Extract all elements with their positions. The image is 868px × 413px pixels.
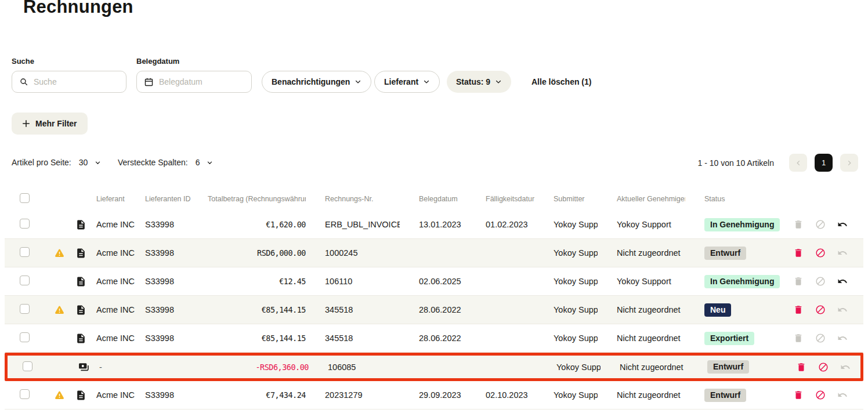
status-badge: In Genehmigung xyxy=(704,218,780,231)
block-button[interactable] xyxy=(815,247,826,259)
undo-button[interactable] xyxy=(837,219,848,230)
cell-submitter: Yokoy Support xyxy=(537,363,601,372)
hidden-columns-value: 6 xyxy=(196,158,200,167)
banknotes-icon[interactable] xyxy=(78,361,89,373)
row-checkbox[interactable] xyxy=(20,276,30,285)
chevron-down-icon xyxy=(207,160,213,166)
status-filter-label: Status: 9 xyxy=(456,77,490,86)
date-field[interactable] xyxy=(136,71,252,93)
column-header-rechnungs-nr[interactable]: Rechnungs-Nr. xyxy=(306,195,400,203)
notifications-filter-dropdown[interactable]: Benachrichtigungen xyxy=(262,71,371,93)
date-input[interactable] xyxy=(159,77,244,86)
table-row[interactable]: Acme INC S33998 €85,144.15 345518 28.06.… xyxy=(5,296,863,324)
select-all-checkbox[interactable] xyxy=(20,193,30,203)
table-row[interactable]: Acme INC S33998 €85,144.15 345518 28.06.… xyxy=(5,324,863,353)
search-icon xyxy=(19,77,28,86)
undo-button[interactable] xyxy=(837,389,848,401)
cell-lieferant: Acme INC xyxy=(92,390,145,400)
undo-button[interactable] xyxy=(837,304,848,316)
column-header-lieferant[interactable]: Lieferant xyxy=(92,195,145,203)
cell-belegdatum: 28.06.2022 xyxy=(400,305,466,314)
row-checkbox[interactable] xyxy=(20,332,30,342)
delete-button[interactable] xyxy=(795,361,807,373)
undo-button[interactable] xyxy=(837,247,848,259)
document-icon[interactable] xyxy=(75,219,86,230)
delete-button[interactable] xyxy=(793,389,804,401)
row-checkbox[interactable] xyxy=(20,389,30,399)
cell-belegdatum: 02.06.2025 xyxy=(400,277,466,286)
document-icon[interactable] xyxy=(75,390,86,401)
column-header-lieferanten-id[interactable]: Lieferanten ID xyxy=(145,195,203,203)
cell-aktueller-genehmiger: Nicht zugeordnet xyxy=(598,334,685,343)
undo-button[interactable] xyxy=(840,361,851,373)
delete-button[interactable] xyxy=(793,219,804,230)
calendar-icon xyxy=(144,77,154,87)
table-row[interactable]: Acme INC S33998 RSD6,000.00 1000245 Yoko… xyxy=(5,239,863,267)
items-per-page-label: Artikel pro Seite: xyxy=(12,158,71,167)
status-filter-chip[interactable]: Status: 9 xyxy=(447,71,511,93)
cell-totalbetrag: RSD6,000.00 xyxy=(203,248,306,258)
cell-totalbetrag: €7,434.24 xyxy=(203,390,306,400)
table-row[interactable]: Acme INC S33998 €1,620.00 ERB_UBL_INVOIC… xyxy=(5,211,863,239)
block-button[interactable] xyxy=(815,332,826,344)
table-row[interactable]: Acme INC S33998 €12.45 106110 02.06.2025… xyxy=(5,267,863,296)
column-header-status[interactable]: Status xyxy=(685,195,793,203)
cell-aktueller-genehmiger: Nicht zugeordnet xyxy=(598,305,685,314)
status-badge: Entwurf xyxy=(704,247,746,260)
clear-all-filters-link[interactable]: Alle löschen (1) xyxy=(531,77,591,86)
undo-button[interactable] xyxy=(837,276,848,287)
hidden-columns-select[interactable]: 6 xyxy=(196,158,214,167)
cell-aktueller-genehmiger: Yokoy Support xyxy=(598,277,685,286)
cell-submitter: Yokoy Support xyxy=(534,390,598,400)
row-checkbox[interactable] xyxy=(20,219,30,229)
pagination-next-button[interactable] xyxy=(840,154,858,172)
plus-icon xyxy=(22,119,30,128)
more-filters-label: Mehr Filter xyxy=(35,119,77,128)
cell-rechnungs-nr: 1000245 xyxy=(306,248,400,258)
document-icon[interactable] xyxy=(75,333,86,344)
delete-button[interactable] xyxy=(793,304,804,316)
column-header-faelligkeitsdatum[interactable]: Fälligkeitsdatum xyxy=(466,195,534,203)
cell-lieferant: Acme INC xyxy=(92,334,145,343)
delete-button[interactable] xyxy=(793,276,804,287)
delete-button[interactable] xyxy=(793,247,804,259)
cell-totalbetrag: €85,144.15 xyxy=(203,305,306,314)
column-header-aktueller-genehmiger[interactable]: Aktueller Genehmiger xyxy=(598,195,685,203)
row-checkbox[interactable] xyxy=(20,247,30,257)
more-filters-button[interactable]: Mehr Filter xyxy=(12,113,88,135)
status-badge: Entwurf xyxy=(707,360,749,374)
document-icon[interactable] xyxy=(75,248,86,259)
search-label: Suche xyxy=(12,57,34,66)
items-per-page-value: 30 xyxy=(79,158,88,167)
cell-totalbetrag: €1,620.00 xyxy=(203,220,306,229)
table-row[interactable]: Acme INC S33998 €7,434.24 20231279 29.09… xyxy=(5,381,863,410)
search-input[interactable] xyxy=(34,77,119,86)
document-icon[interactable] xyxy=(75,276,86,287)
cell-belegdatum: 29.09.2023 xyxy=(400,390,466,400)
block-button[interactable] xyxy=(815,389,826,401)
supplier-filter-dropdown[interactable]: Lieferant xyxy=(374,71,440,93)
delete-button[interactable] xyxy=(793,332,804,344)
block-button[interactable] xyxy=(815,219,826,230)
pagination-current-page[interactable]: 1 xyxy=(815,154,833,172)
hidden-columns-label: Versteckte Spalten: xyxy=(118,158,188,167)
document-icon[interactable] xyxy=(75,305,86,316)
table-body: Acme INC S33998 €1,620.00 ERB_UBL_INVOIC… xyxy=(5,211,863,410)
block-button[interactable] xyxy=(818,361,829,373)
undo-button[interactable] xyxy=(837,332,848,344)
column-header-totalbetrag[interactable]: Totalbetrag (Rechnungswährung) xyxy=(203,195,306,203)
column-header-belegdatum[interactable]: Belegdatum xyxy=(400,195,466,203)
table-row[interactable]: - -RSD6,360.00 106085 Yokoy Support Nich… xyxy=(5,353,863,381)
search-field[interactable] xyxy=(12,71,126,93)
warning-icon xyxy=(55,390,64,400)
cell-lieferant: Acme INC xyxy=(92,248,145,258)
row-checkbox[interactable] xyxy=(23,361,32,371)
items-per-page-select[interactable]: 30 xyxy=(79,158,102,167)
cell-aktueller-genehmiger: Nicht zugeordnet xyxy=(601,363,688,372)
block-button[interactable] xyxy=(815,276,826,287)
row-checkbox[interactable] xyxy=(20,304,30,314)
column-header-submitter[interactable]: Submitter xyxy=(534,195,598,203)
status-badge: Entwurf xyxy=(704,389,746,402)
block-button[interactable] xyxy=(815,304,826,316)
pagination-prev-button[interactable] xyxy=(789,154,807,172)
